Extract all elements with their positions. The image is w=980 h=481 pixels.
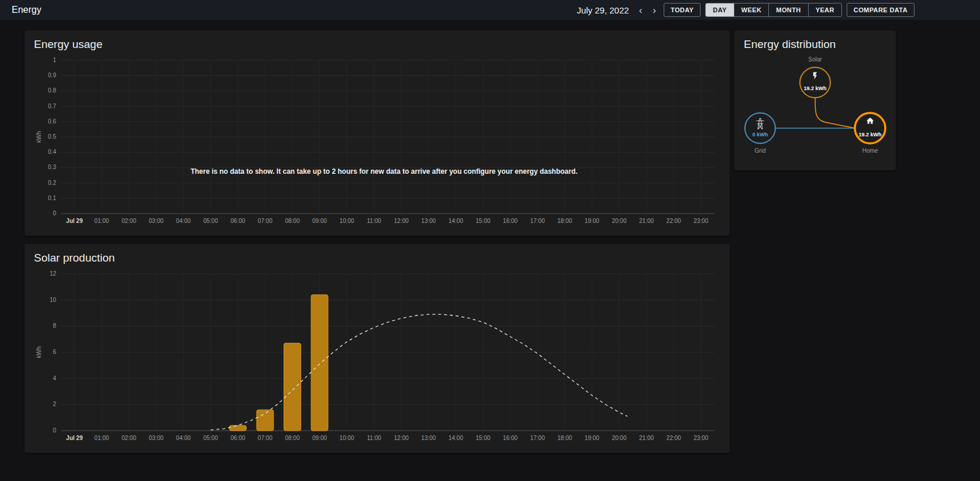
grid-node-circle[interactable] bbox=[745, 113, 775, 143]
x-tick-label: 06:00 bbox=[230, 218, 245, 224]
energy-distribution-diagram: Solar 19.2 kWh 0 kWh Grid bbox=[744, 56, 886, 162]
solar-production-title: Solar production bbox=[34, 252, 720, 264]
solar-production-card: Solar production 024681012Jul 2901:0002:… bbox=[25, 244, 730, 453]
x-tick-label: Jul 29 bbox=[66, 435, 83, 441]
y-axis-title: kWh bbox=[36, 131, 42, 143]
x-tick-label: 17:00 bbox=[530, 218, 545, 224]
x-tick-label: 05:00 bbox=[203, 435, 218, 441]
today-button[interactable]: TODAY bbox=[664, 3, 701, 17]
previous-period-button[interactable]: ‹ bbox=[636, 4, 646, 16]
x-tick-label: 16:00 bbox=[503, 435, 517, 441]
y-tick-label: 10 bbox=[50, 297, 57, 303]
x-tick-label: 21:00 bbox=[639, 218, 654, 224]
no-data-message: There is no data to show. It can take up… bbox=[191, 167, 578, 176]
energy-distribution-title: Energy distribution bbox=[744, 38, 886, 51]
x-tick-label: 17:00 bbox=[530, 435, 545, 441]
y-tick-label: 8 bbox=[53, 322, 56, 329]
x-tick-label: 01:00 bbox=[94, 435, 109, 441]
x-tick-label: 20:00 bbox=[612, 218, 626, 224]
x-tick-label: 09:00 bbox=[312, 435, 327, 441]
period-button-month[interactable]: MONTH bbox=[769, 4, 808, 16]
solar-node-circle[interactable] bbox=[800, 67, 830, 98]
solar-to-home-line bbox=[815, 98, 855, 128]
compare-data-button[interactable]: COMPARE DATA bbox=[847, 3, 915, 17]
x-tick-label: 23:00 bbox=[693, 218, 708, 224]
page-title: Energy bbox=[12, 5, 42, 15]
x-tick-label: 04:00 bbox=[176, 435, 191, 441]
x-tick-label: 19:00 bbox=[585, 435, 599, 441]
x-tick-label: 01:00 bbox=[94, 218, 109, 224]
y-tick-label: 1 bbox=[53, 57, 56, 63]
x-tick-label: 02:00 bbox=[122, 435, 136, 441]
energy-distribution-card: Energy distribution Solar 19.2 kWh bbox=[734, 30, 896, 170]
y-tick-label: 0.8 bbox=[48, 87, 56, 94]
x-tick-label: 16:00 bbox=[503, 218, 517, 224]
x-tick-label: 03:00 bbox=[149, 218, 164, 224]
x-tick-label: 06:00 bbox=[230, 435, 245, 441]
y-tick-label: 0.9 bbox=[48, 72, 56, 78]
top-bar: Energy July 29, 2022 ‹ › TODAY DAYWEEKMO… bbox=[0, 0, 980, 20]
period-toggle-group: DAYWEEKMONTHYEAR bbox=[705, 3, 842, 17]
x-tick-label: 14:00 bbox=[448, 435, 463, 441]
x-tick-label: 19:00 bbox=[585, 218, 599, 224]
x-tick-label: 07:00 bbox=[258, 218, 272, 224]
x-tick-label: 07:00 bbox=[258, 435, 272, 441]
x-tick-label: 03:00 bbox=[149, 435, 164, 441]
solar-production-bar[interactable] bbox=[284, 343, 301, 431]
next-period-button[interactable]: › bbox=[650, 4, 659, 16]
solar-node-label: Solar bbox=[808, 56, 822, 63]
y-tick-label: 0.2 bbox=[48, 180, 56, 186]
x-tick-label: 10:00 bbox=[340, 218, 354, 224]
y-tick-label: 6 bbox=[53, 349, 56, 355]
home-node-value: 19.2 kWh bbox=[858, 132, 881, 138]
solar-production-bar[interactable] bbox=[229, 425, 246, 431]
date-label: July 29, 2022 bbox=[577, 5, 629, 15]
y-tick-label: 0.4 bbox=[48, 149, 56, 155]
x-tick-label: 13:00 bbox=[421, 435, 436, 441]
right-column: Energy distribution Solar 19.2 kWh bbox=[734, 30, 896, 170]
x-tick-label: 23:00 bbox=[693, 435, 708, 441]
x-tick-label: 12:00 bbox=[394, 218, 409, 224]
solar-production-bar[interactable] bbox=[311, 295, 328, 431]
x-tick-label: 12:00 bbox=[394, 435, 409, 441]
energy-usage-chart-area: 00.10.20.30.40.50.60.70.80.91Jul 2901:00… bbox=[34, 56, 720, 230]
solar-production-bar[interactable] bbox=[257, 410, 274, 431]
y-tick-label: 0 bbox=[53, 427, 56, 434]
x-tick-label: 22:00 bbox=[667, 435, 681, 441]
y-tick-label: 0.7 bbox=[48, 103, 56, 109]
x-tick-label: 22:00 bbox=[667, 218, 681, 224]
x-tick-label: 02:00 bbox=[122, 218, 136, 224]
period-button-week[interactable]: WEEK bbox=[734, 4, 769, 16]
x-tick-label: 04:00 bbox=[176, 218, 191, 224]
x-tick-label: 18:00 bbox=[557, 218, 572, 224]
y-tick-label: 0 bbox=[53, 210, 56, 217]
x-tick-label: Jul 29 bbox=[66, 218, 83, 224]
y-tick-label: 12 bbox=[50, 270, 57, 277]
x-tick-label: 18:00 bbox=[557, 435, 572, 441]
x-tick-label: 21:00 bbox=[639, 435, 654, 441]
energy-dashboard: Energy usage 00.10.20.30.40.50.60.70.80.… bbox=[0, 20, 980, 453]
x-tick-label: 13:00 bbox=[421, 218, 436, 224]
solar-node-value: 19.2 kWh bbox=[803, 85, 826, 91]
energy-usage-card: Energy usage 00.10.20.30.40.50.60.70.80.… bbox=[25, 30, 730, 236]
x-tick-label: 20:00 bbox=[612, 435, 626, 441]
home-node-label: Home bbox=[862, 147, 878, 154]
y-tick-label: 0.5 bbox=[48, 133, 56, 140]
x-tick-label: 15:00 bbox=[476, 435, 491, 441]
energy-usage-chart[interactable]: 00.10.20.30.40.50.60.70.80.91Jul 2901:00… bbox=[34, 56, 718, 228]
x-tick-label: 11:00 bbox=[367, 435, 382, 441]
solar-production-chart[interactable]: 024681012Jul 2901:0002:0003:0004:0005:00… bbox=[34, 269, 718, 445]
energy-usage-title: Energy usage bbox=[34, 38, 720, 51]
y-tick-label: 0.6 bbox=[48, 118, 56, 125]
x-tick-label: 10:00 bbox=[340, 435, 354, 441]
home-node-circle[interactable] bbox=[855, 113, 885, 143]
left-column: Energy usage 00.10.20.30.40.50.60.70.80.… bbox=[25, 30, 730, 453]
grid-node-value: 0 kWh bbox=[753, 132, 768, 138]
y-tick-label: 2 bbox=[53, 401, 56, 407]
x-tick-label: 08:00 bbox=[285, 435, 299, 441]
period-button-year[interactable]: YEAR bbox=[809, 4, 841, 16]
x-tick-label: 14:00 bbox=[448, 218, 463, 224]
period-button-day[interactable]: DAY bbox=[706, 4, 734, 16]
y-tick-label: 0.1 bbox=[48, 195, 56, 201]
x-tick-label: 15:00 bbox=[476, 218, 491, 224]
